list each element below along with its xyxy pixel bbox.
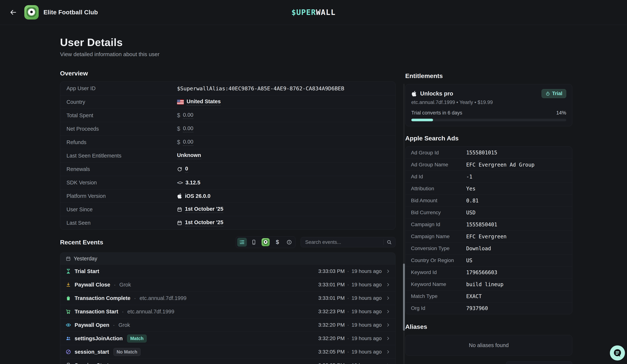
asa-table: Ad Group Id1555801015 Ad Group NameEFC E… [405,146,572,314]
no-match-badge: No Match [113,348,141,356]
trial-converts-text: Trial converts in 6 days [411,110,462,116]
table-row: Bid Amount0.81 [405,194,572,206]
event-name: Paywall Close [75,282,110,288]
table-row: Org Id7937960 [405,302,572,314]
table-row-last-seen: Last Seen 1st October '25 [60,216,395,229]
hourglass-icon [66,269,71,274]
row-label: Refunds [66,139,177,145]
event-row-session-start-snake[interactable]: session_start No Match 3:32:05 PM·19 hou… [60,345,395,359]
recent-events-header: Recent Events $ [60,236,395,248]
filter-device-events-button[interactable] [249,238,259,247]
events-list: Yesterday Trial Start 3:33:03 PM·19 hour… [60,252,395,364]
table-row: Conversion TypeDownload [405,242,572,254]
chevron-right-icon [386,322,390,327]
brand-rest: WALL [316,8,336,17]
user-attributes-search-input[interactable] [511,363,576,364]
eye-icon [66,322,71,328]
table-row: Match TypeEXACT [405,290,572,302]
events-group-header: Yesterday [60,253,395,265]
net-proceeds-value[interactable]: 0.00 [183,125,193,132]
smartphone-icon [251,239,257,245]
chevron-right-icon [386,282,390,287]
apple-icon [411,91,417,96]
filter-all-events-button[interactable] [237,238,247,247]
event-row-transaction-complete[interactable]: Transaction Complete · etc.annual.7df.19… [60,291,395,305]
match-badge: Match [127,335,147,342]
event-name: Transaction Start [75,309,118,315]
shopping-cart-icon [66,309,71,314]
list-icon [239,239,245,245]
user-since-value[interactable]: 1st October '25 [185,206,223,213]
left-pane-scrollbar-thumb[interactable] [403,264,405,331]
renewals-value[interactable]: 0 [185,166,188,173]
row-label: Platform Version [66,193,177,199]
events-search-input[interactable] [305,239,380,245]
event-row-trial-start[interactable]: Trial Start 3:33:03 PM·19 hours ago [60,265,395,278]
aliases-heading: Aliases [405,323,572,330]
table-row-refunds: Refunds $0.00 [60,136,395,149]
club-app-icon [261,238,270,246]
calendar-icon [66,256,71,261]
dollar-icon: $ [177,112,180,119]
apple-icon [177,193,182,199]
event-row-paywall-close[interactable]: Paywall Close · Grok 3:33:01 PM·19 hours… [60,278,395,291]
row-label: App User ID [66,85,177,91]
last-seen-value[interactable]: 1st October '25 [185,219,223,226]
row-label: Renewals [66,166,177,172]
table-row: Ad Id-1 [405,171,572,182]
search-icon [386,239,392,245]
table-row: Campaign NameEFC Evergreen [405,230,572,242]
chevron-right-icon [386,336,390,341]
table-row: Keyword Namebuild lineup [405,278,572,290]
country-value[interactable]: United States [187,98,221,105]
chevron-right-icon [386,363,390,364]
shopping-bag-icon [66,295,71,301]
left-column: User Details View detailed information a… [60,36,395,364]
total-spent-value[interactable]: 0.00 [183,112,193,119]
back-button[interactable] [8,7,18,17]
user-heading: User [405,362,419,364]
users-icon [66,336,71,341]
entitlements-heading: Entitlements [405,72,572,80]
filter-info-events-button[interactable] [284,238,294,247]
table-row: Bid CurrencyUSD [405,206,572,219]
chevron-right-icon [386,309,390,314]
trial-progress-bar [411,119,566,121]
asa-heading: Apple Search Ads [405,134,572,142]
event-row-paywall-open[interactable]: Paywall Open · Grok 3:32:20 PM·19 hours … [60,318,395,332]
event-name: settingsJoinAction [75,335,123,342]
dollar-icon: $ [177,139,180,145]
event-filter-group: $ [236,236,295,248]
back-arrow-icon [9,9,17,16]
table-row-net-proceeds: Net Proceeds $0.00 [60,122,395,136]
table-row-sdk-version: SDK Version <>3.12.5 [60,176,395,189]
page-subtitle: View detailed information about this use… [60,51,395,58]
filter-revenue-events-button[interactable]: $ [273,238,282,247]
trial-percent: 14% [556,110,566,116]
refunds-value[interactable]: 0.00 [183,139,193,146]
event-name: Trial Start [75,268,99,274]
recent-events-heading: Recent Events [60,239,103,246]
club-logo [24,5,39,19]
chat-widget-button[interactable] [610,345,625,361]
top-bar: Elite Football Club $UPERWALL [0,0,627,25]
event-row-transaction-start[interactable]: Transaction Start · etc.annual.7df.1999 … [60,305,395,318]
dollar-icon: $ [177,126,180,132]
brand-accent: $UPER [291,8,316,17]
row-label: SDK Version [66,180,177,186]
superwall-logo: $UPERWALL [291,8,336,17]
chevron-right-icon [386,296,390,301]
event-subtitle: etc.annual.7df.1999 [127,309,174,315]
event-ago: 19 hours ago [352,268,382,274]
event-row-session-start[interactable]: Session Start 3:32:05 PM·19 hours ago [60,359,395,364]
table-row-user-since: User Since 1st October '25 [60,203,395,216]
table-row: Keyword Id1796566603 [405,266,572,278]
filter-app-events-button[interactable] [261,238,270,247]
last-seen-entitlements-value[interactable]: Unknown [177,152,201,159]
event-subtitle: etc.annual.7df.1999 [140,295,187,301]
row-label: Last Seen [66,220,177,226]
event-row-settings-join-action[interactable]: settingsJoinAction Match 3:32:20 PM·19 h… [60,332,395,345]
app-user-id-value: $SuperwallAlias:40EC9876-A85E-4AE9-8762-… [177,85,344,92]
table-row: Ad Group Id1555801015 [405,147,572,159]
trial-progress-fill [411,119,433,121]
